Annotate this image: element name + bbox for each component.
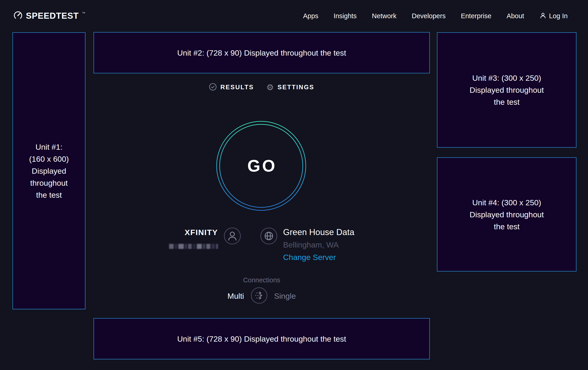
person-icon <box>539 12 547 20</box>
tab-settings-label: SETTINGS <box>278 84 314 91</box>
ad-unit-4-text: Unit #4: (300 x 250) Displayed throughou… <box>470 197 544 232</box>
multi-stream-arrows-icon[interactable] <box>251 287 268 305</box>
check-circle-icon <box>209 83 217 91</box>
connections-label: Connections <box>243 276 280 284</box>
isp-block: XFINITY <box>169 223 218 249</box>
nav-item-developers[interactable]: Developers <box>412 12 446 20</box>
tab-settings[interactable]: ⚙ SETTINGS <box>266 83 314 91</box>
speedtest-page: SPEEDTEST ™ Apps Insights Network Develo… <box>0 0 588 370</box>
login-label: Log In <box>549 12 568 20</box>
tab-results[interactable]: RESULTS <box>209 83 254 91</box>
isp-server-row: XFINITY <box>94 223 430 263</box>
connections-option-single[interactable]: Single <box>274 291 296 300</box>
ad-unit-2[interactable]: Unit #2: (728 x 90) Displayed throughout… <box>94 32 430 73</box>
speedtest-gauge-icon <box>13 10 23 21</box>
top-nav: SPEEDTEST ™ Apps Insights Network Develo… <box>0 0 588 32</box>
nav-item-enterprise[interactable]: Enterprise <box>461 12 491 20</box>
server-name: Green House Data <box>283 226 355 239</box>
person-circle-icon <box>224 227 241 246</box>
server-block: Green House Data Bellingham, WA Change S… <box>283 226 355 263</box>
tab-results-label: RESULTS <box>220 84 254 91</box>
server-location: Bellingham, WA <box>283 239 355 251</box>
ad-unit-5[interactable]: Unit #5: (728 x 90) Displayed throughout… <box>94 318 430 359</box>
ad-unit-3[interactable]: Unit #3: (300 x 250) Displayed throughou… <box>437 32 577 148</box>
logo-trademark: ™ <box>82 11 85 15</box>
logo-text: SPEEDTEST <box>26 11 79 21</box>
change-server-link[interactable]: Change Server <box>283 251 355 263</box>
ad-unit-5-text: Unit #5: (728 x 90) Displayed throughout… <box>177 333 346 345</box>
go-button[interactable]: GO <box>215 120 307 212</box>
nav-item-about[interactable]: About <box>507 12 524 20</box>
ad-unit-2-text: Unit #2: (728 x 90) Displayed throughout… <box>177 47 346 59</box>
connections-label-row: Connections <box>94 276 430 284</box>
isp-detail-obscured <box>169 243 218 249</box>
ad-unit-3-text: Unit #3: (300 x 250) Displayed throughou… <box>470 72 544 108</box>
isp-name[interactable]: XFINITY <box>169 227 218 237</box>
nav-item-insights[interactable]: Insights <box>334 12 357 20</box>
nav-item-apps[interactable]: Apps <box>303 12 318 20</box>
login-button[interactable]: Log In <box>539 12 568 20</box>
main-nav: Apps Insights Network Developers Enterpr… <box>303 12 568 20</box>
ad-unit-1[interactable]: Unit #1: (160 x 600) Displayed throughou… <box>12 32 85 309</box>
connections-toggle-row: Multi Single <box>94 287 430 304</box>
go-label: GO <box>215 120 307 212</box>
gear-icon: ⚙ <box>266 83 274 91</box>
speedtest-logo[interactable]: SPEEDTEST ™ <box>13 10 85 21</box>
ad-unit-4[interactable]: Unit #4: (300 x 250) Displayed throughou… <box>437 157 577 271</box>
connections-option-multi[interactable]: Multi <box>228 291 244 300</box>
nav-item-network[interactable]: Network <box>372 12 396 20</box>
results-settings-tabs: RESULTS ⚙ SETTINGS <box>94 83 430 91</box>
ad-unit-1-text: Unit #1: (160 x 600) Displayed throughou… <box>29 141 69 201</box>
globe-circle-icon <box>260 227 278 246</box>
